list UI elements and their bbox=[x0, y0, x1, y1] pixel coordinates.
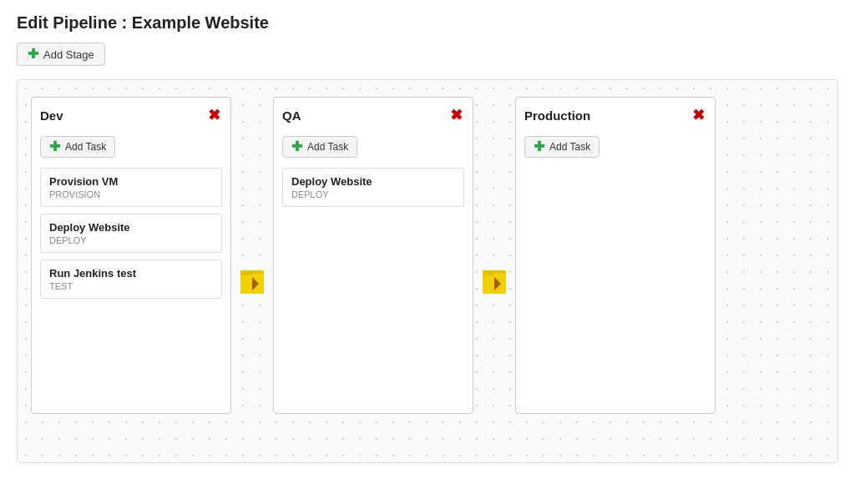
task-card-run-jenkins-test[interactable]: Run Jenkins test TEST bbox=[40, 260, 222, 299]
stage-name-production: Production bbox=[524, 108, 590, 123]
stage-header-dev: Dev ✖ bbox=[40, 106, 222, 129]
stage-name-qa: QA bbox=[282, 108, 301, 123]
add-task-production-button[interactable]: ✚ Add Task bbox=[524, 136, 600, 158]
add-stage-button[interactable]: ✚ Add Stage bbox=[17, 43, 105, 66]
stage-name-dev: Dev bbox=[40, 108, 63, 123]
add-task-dev-label: Add Task bbox=[65, 141, 106, 153]
connector-arrow-icon-2 bbox=[483, 264, 506, 298]
delete-stage-qa-button[interactable]: ✖ bbox=[448, 106, 464, 124]
plus-icon: ✚ bbox=[28, 48, 38, 61]
connector-arrow-icon-1 bbox=[240, 264, 264, 298]
add-task-production-label: Add Task bbox=[549, 141, 590, 153]
task-type-deploy-website-qa: DEPLOY bbox=[291, 189, 455, 199]
add-task-dev-button[interactable]: ✚ Add Task bbox=[40, 136, 115, 158]
task-type-provision-vm: PROVISION bbox=[49, 189, 213, 199]
stage-column-dev: Dev ✖ ✚ Add Task Provision VM PROVISION … bbox=[31, 97, 273, 414]
delete-stage-production-button[interactable]: ✖ bbox=[691, 106, 706, 124]
plus-icon-qa: ✚ bbox=[291, 140, 302, 154]
svg-rect-2 bbox=[240, 270, 252, 275]
task-name-provision-vm: Provision VM bbox=[49, 175, 213, 188]
task-name-deploy-website-dev: Deploy Website bbox=[49, 221, 213, 234]
delete-stage-dev-button[interactable]: ✖ bbox=[206, 106, 222, 124]
add-stage-label: Add Stage bbox=[43, 48, 94, 61]
task-name-deploy-website-qa: Deploy Website bbox=[291, 175, 455, 188]
task-name-run-jenkins-test: Run Jenkins test bbox=[49, 267, 213, 280]
close-icon-qa: ✖ bbox=[450, 108, 463, 123]
plus-icon-production: ✚ bbox=[534, 140, 544, 154]
stage-header-production: Production ✖ bbox=[524, 106, 706, 129]
stage-card-qa: QA ✖ ✚ Add Task Deploy Website DEPLOY bbox=[273, 97, 473, 414]
task-type-run-jenkins-test: TEST bbox=[49, 281, 213, 291]
add-task-qa-label: Add Task bbox=[307, 141, 348, 153]
title-prefix: Edit Pipeline : bbox=[17, 13, 132, 32]
stage-card-dev: Dev ✖ ✚ Add Task Provision VM PROVISION … bbox=[31, 97, 231, 414]
add-task-qa-button[interactable]: ✚ Add Task bbox=[282, 136, 357, 158]
page-title: Edit Pipeline : Example Website bbox=[17, 13, 838, 33]
stage-connector-dev-qa bbox=[231, 214, 273, 298]
stage-connector-qa-production bbox=[473, 214, 515, 298]
plus-icon-dev: ✚ bbox=[49, 140, 60, 154]
close-icon-production: ✖ bbox=[692, 108, 705, 123]
task-card-provision-vm[interactable]: Provision VM PROVISION bbox=[40, 168, 222, 207]
close-icon-dev: ✖ bbox=[208, 108, 220, 123]
stage-card-production: Production ✖ ✚ Add Task bbox=[515, 97, 716, 414]
task-card-deploy-website-dev[interactable]: Deploy Website DEPLOY bbox=[40, 214, 222, 253]
stage-column-production: Production ✖ ✚ Add Task bbox=[515, 97, 716, 414]
task-type-deploy-website-dev: DEPLOY bbox=[49, 235, 213, 245]
page-container: Edit Pipeline : Example Website ✚ Add St… bbox=[0, 0, 855, 476]
svg-rect-6 bbox=[483, 270, 494, 275]
task-card-deploy-website-qa[interactable]: Deploy Website DEPLOY bbox=[282, 168, 464, 207]
pipeline-canvas: Dev ✖ ✚ Add Task Provision VM PROVISION … bbox=[17, 79, 838, 463]
title-project: Example Website bbox=[132, 13, 269, 32]
stage-header-qa: QA ✖ bbox=[282, 106, 464, 129]
stage-column-qa: QA ✖ ✚ Add Task Deploy Website DEPLOY bbox=[273, 97, 515, 414]
